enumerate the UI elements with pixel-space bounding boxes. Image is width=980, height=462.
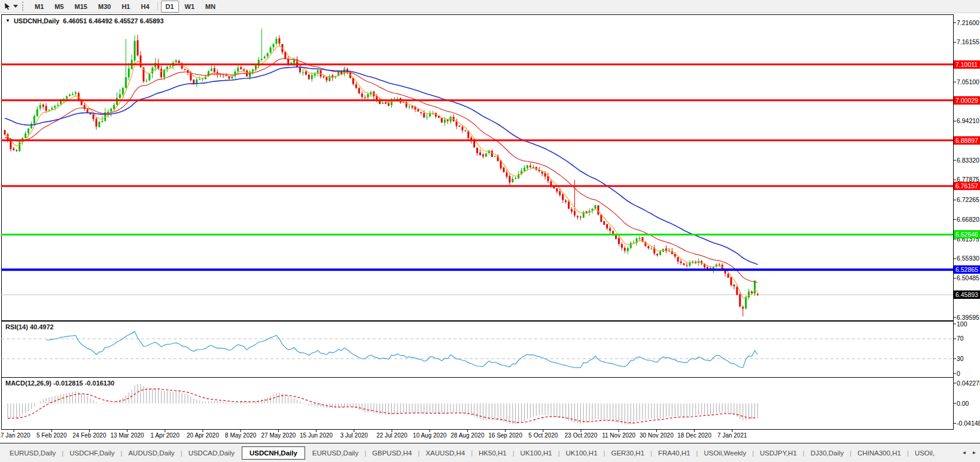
price-level-label: 6.88897	[954, 136, 980, 145]
date-axis-label: 1 Apr 2020	[151, 432, 179, 439]
date-axis-label: 11 Nov 2020	[602, 432, 635, 439]
price-level-label: 7.10011	[954, 60, 980, 69]
tab-scroll-left-icon[interactable]: ◄	[960, 448, 969, 458]
date-axis-label: 16 Sep 2020	[488, 432, 522, 439]
panel-border	[2, 322, 954, 378]
price-axis-tick: 7.21600	[957, 19, 979, 27]
date-axis-label: 5 Feb 2020	[36, 432, 67, 439]
date-axis-label: 10 Aug 2020	[413, 432, 446, 439]
macd-indicator-label: MACD(12,26,9) -0.012815 -0.016130	[5, 380, 114, 387]
price-axis-tick: 6.83320	[957, 157, 979, 164]
tab-eurusd-daily[interactable]: EURUSD,Daily	[4, 447, 62, 459]
date-axis-label: 20 Apr 2020	[187, 432, 219, 439]
tab-hk50-h1[interactable]: HK50,H1	[473, 447, 513, 459]
date-axis-label: 30 Nov 2020	[640, 432, 674, 439]
rsi-axis-tick: 0	[957, 370, 960, 378]
macd-axis-tick: -0.04148	[957, 420, 980, 427]
chart-symbol-title: USDCNH,Daily	[14, 17, 59, 25]
date-axis-label: 7 Jan 2021	[717, 432, 747, 439]
price-level-label: 6.62646	[954, 230, 980, 238]
chart-tab-bar: EURUSD,Daily|USDCHF,Daily|AUDUSD,Daily|U…	[0, 443, 980, 462]
current-price-label: 6.45893	[954, 290, 980, 299]
tab-strip: EURUSD,Daily|USDCHF,Daily|AUDUSD,Daily|U…	[0, 443, 957, 462]
tab-usdcnh-daily[interactable]: USDCNH,Daily	[242, 446, 305, 460]
chart-title-row: ▼ USDCNH,Daily 6.46051 6.46492 6.45527 6…	[5, 17, 164, 25]
moving-averages	[5, 46, 757, 298]
price-level-label: 6.76157	[954, 182, 980, 190]
collapse-icon[interactable]: ▼	[5, 18, 10, 23]
tab-scroll-right-icon[interactable]: ►	[970, 448, 979, 458]
date-axis-label: 13 Mar 2020	[111, 432, 144, 439]
price-axis-tick: 7.05100	[957, 78, 979, 86]
chart-area: ▼ USDCNH,Daily 6.46051 6.46492 6.45527 6…	[0, 0, 980, 443]
date-axis-label: 24 Feb 2020	[72, 432, 106, 439]
date-axis-label: 5 Oct 2020	[528, 432, 558, 439]
price-axis-tick: 6.50485	[957, 274, 979, 282]
tab-usdjpy-h1[interactable]: USDJPY,H1	[754, 447, 803, 459]
price-level-label: 7.00029	[954, 96, 980, 105]
date-axis-label: 22 Jul 2020	[376, 432, 407, 439]
rsi-axis-tick: 70	[957, 335, 964, 342]
price-axis-tick: 6.94210	[957, 117, 979, 125]
tab-scroll-arrows: ◄ ►	[960, 443, 979, 462]
tab-china300-h1[interactable]: CHINA300,H1	[851, 447, 907, 459]
tab-eurusd-daily[interactable]: EURUSD,Daily	[306, 447, 364, 459]
tab-usoil[interactable]: USOil,	[909, 447, 941, 459]
date-axis-label: 27 May 2020	[261, 432, 296, 439]
macd-histogram	[8, 384, 757, 424]
tab-usoil-weekly[interactable]: USOil,Weekly	[698, 447, 752, 459]
rsi-line	[46, 331, 757, 368]
tab-ger30-h1[interactable]: GER30,H1	[605, 447, 650, 459]
trading-terminal-window: M1M5M15M30H1H4D1W1MN ▼ USDCNH,Daily 6.46…	[0, 0, 980, 462]
price-axis-tick: 6.72265	[957, 196, 979, 204]
macd-axis-tick: 0.042275	[957, 380, 980, 387]
rsi-axis-tick: 100	[957, 320, 967, 328]
price-axis-tick: 7.16155	[957, 38, 979, 46]
rsi-axis-tick: 30	[957, 355, 964, 363]
rsi-indicator-label: RSI(14) 40.4972	[5, 323, 54, 331]
tab-fra40-h1[interactable]: FRA40,H1	[652, 447, 696, 459]
price-axis-tick: 6.66820	[957, 216, 979, 224]
candlesticks	[4, 29, 759, 317]
tab-gbpusd-h4[interactable]: GBPUSD,H4	[366, 447, 418, 459]
date-axis-label: 18 Dec 2020	[677, 432, 711, 439]
macd-axis-tick: 0.00	[957, 400, 969, 408]
panel-border	[2, 15, 954, 321]
tab-xauusd-h4[interactable]: XAUUSD,H4	[419, 447, 471, 459]
tab-usdcad-daily[interactable]: USDCAD,Daily	[182, 447, 241, 459]
date-axis-label: 3 Jul 2020	[340, 432, 368, 439]
date-axis-label: 15 Jun 2020	[300, 432, 333, 439]
price-axis-tick: 6.55930	[957, 255, 979, 262]
tab-dj30-daily[interactable]: DJ30,Daily	[805, 447, 850, 459]
date-axis-label: 28 Aug 2020	[451, 432, 484, 439]
date-axis-label: 8 May 2020	[225, 432, 256, 439]
ohlc-quote: 6.46051 6.46492 6.45527 6.45893	[63, 17, 163, 25]
price-chart-canvas[interactable]	[0, 0, 980, 443]
date-axis-label: 23 Oct 2020	[565, 432, 597, 439]
tab-uk100-h1[interactable]: UK100,H1	[560, 447, 604, 459]
tab-audusd-daily[interactable]: AUDUSD,Daily	[122, 447, 180, 459]
price-level-label: 6.52865	[954, 265, 980, 274]
date-axis-label: 17 Jan 2020	[0, 432, 31, 439]
tab-uk100-h1[interactable]: UK100,H1	[515, 447, 558, 459]
tab-usdchf-daily[interactable]: USDCHF,Daily	[63, 447, 120, 459]
